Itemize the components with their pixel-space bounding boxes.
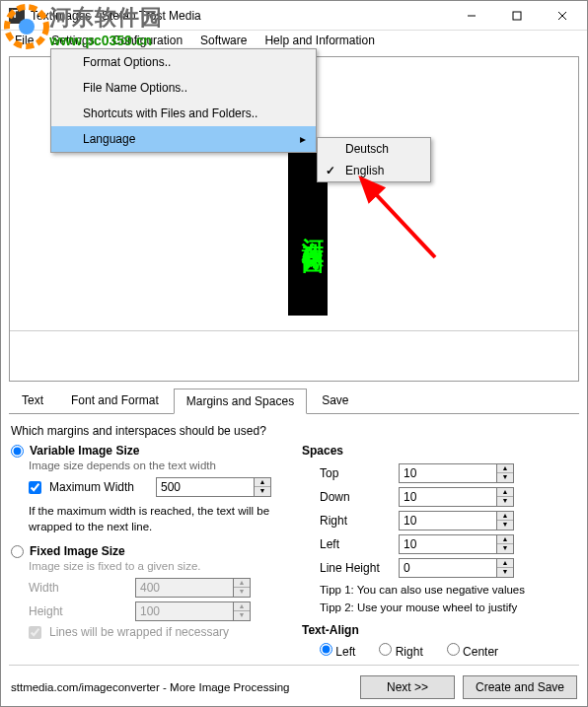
left-column: Variable Image Size Image size depends o… — [11, 444, 286, 659]
max-width-down[interactable]: ▼ — [255, 487, 270, 496]
width-label: Width — [29, 581, 127, 595]
spaces-heading: Spaces — [302, 444, 577, 458]
width-up: ▲ — [234, 579, 250, 588]
checkbox-wrap — [29, 626, 41, 639]
left-down[interactable]: ▼ — [497, 544, 513, 553]
footer-link[interactable]: sttmedia.com/imageconverter - More Image… — [11, 681, 352, 693]
footer: sttmedia.com/imageconverter - More Image… — [1, 672, 587, 707]
create-save-button[interactable]: Create and Save — [463, 675, 577, 699]
menu-format-options[interactable]: Format Options.. — [51, 49, 316, 75]
lineheight-label: Line Height — [320, 561, 391, 575]
tab-bar: Text Font and Format Margins and Spaces … — [9, 388, 579, 413]
right-input[interactable] — [399, 511, 497, 530]
maximize-button[interactable] — [494, 2, 540, 30]
minimize-button[interactable] — [449, 2, 494, 30]
lang-english[interactable]: English — [318, 160, 430, 181]
wrap-label: Lines will be wrapped if necessary — [49, 625, 229, 639]
down-up[interactable]: ▲ — [497, 488, 513, 497]
down-label: Down — [320, 490, 391, 504]
right-up[interactable]: ▲ — [497, 512, 513, 521]
right-down[interactable]: ▼ — [497, 521, 513, 530]
tab-save[interactable]: Save — [309, 388, 361, 413]
lh-down[interactable]: ▼ — [497, 568, 513, 577]
titlebar: TextImages - Stefan Trost Media — [1, 1, 587, 31]
right-label: Right — [320, 514, 391, 528]
right-column: Spaces Top▲▼ Down▲▼ Right▲▼ Left▲▼ Line … — [302, 444, 577, 659]
variable-size-label: Variable Image Size — [30, 444, 139, 458]
menu-file[interactable]: File — [7, 32, 41, 49]
question-label: Which margins and interspaces should be … — [11, 424, 577, 438]
menubar: File Settings Configuration Software Hel… — [1, 31, 587, 50]
app-icon — [9, 8, 25, 24]
lineheight-input[interactable] — [399, 558, 497, 578]
svg-rect-3 — [513, 12, 521, 20]
left-input[interactable] — [399, 534, 497, 554]
fixed-size-sub: Image size is fixed to a given size. — [29, 560, 286, 572]
tab-text[interactable]: Text — [9, 388, 56, 413]
top-label: Top — [320, 466, 391, 480]
next-button[interactable]: Next >> — [360, 675, 455, 699]
tipp2: Tipp 2: Use your mouse wheel to justify — [320, 601, 577, 613]
width-input — [135, 578, 234, 598]
top-up[interactable]: ▲ — [497, 464, 513, 473]
height-up: ▲ — [234, 602, 250, 611]
align-right-label: Right — [396, 645, 423, 659]
height-label: Height — [29, 604, 127, 618]
menu-configuration[interactable]: Configuration — [105, 32, 190, 49]
configuration-dropdown: Format Options.. File Name Options.. Sho… — [50, 48, 317, 153]
fixed-size-label: Fixed Image Size — [30, 544, 125, 558]
down-down[interactable]: ▼ — [497, 497, 513, 506]
left-label: Left — [320, 537, 391, 551]
language-submenu: Deutsch English — [317, 137, 431, 182]
menu-language-label: Language — [83, 132, 135, 146]
menu-software[interactable]: Software — [192, 32, 255, 49]
tab-margins[interactable]: Margins and Spaces — [174, 389, 307, 414]
height-down: ▼ — [234, 611, 250, 620]
radio-align-right[interactable] — [379, 643, 392, 656]
tab-font[interactable]: Font and Format — [58, 388, 172, 413]
top-down[interactable]: ▼ — [497, 473, 513, 482]
radio-fixed-size[interactable] — [11, 545, 24, 558]
menu-shortcuts[interactable]: Shortcuts with Files and Folders.. — [51, 101, 316, 126]
lang-deutsch[interactable]: Deutsch — [318, 138, 430, 160]
menu-filename-options[interactable]: File Name Options.. — [51, 75, 316, 101]
max-width-label: Maximum Width — [49, 480, 148, 494]
checkbox-max-width[interactable] — [29, 481, 41, 494]
radio-align-left[interactable] — [320, 643, 332, 656]
menu-language[interactable]: Language ▸ — [51, 126, 316, 152]
top-input[interactable] — [399, 463, 497, 483]
align-left-label: Left — [335, 645, 355, 659]
max-width-input[interactable] — [156, 477, 255, 497]
align-center-label: Center — [463, 645, 498, 659]
menu-help[interactable]: Help and Information — [257, 32, 382, 49]
radio-align-center[interactable] — [447, 643, 460, 656]
width-down: ▼ — [234, 588, 250, 597]
tipp1: Tipp 1: You can also use negative values — [320, 584, 577, 596]
variable-size-sub: Image size depends on the text width — [29, 460, 286, 471]
height-input — [135, 601, 234, 621]
radio-variable-size[interactable] — [11, 445, 24, 458]
max-width-up[interactable]: ▲ — [255, 478, 270, 487]
submenu-arrow-icon: ▸ — [300, 132, 306, 146]
left-up[interactable]: ▲ — [497, 535, 513, 544]
window-title: TextImages - Stefan Trost Media — [31, 9, 449, 23]
max-width-note: If the maximum width is reached, the tex… — [29, 503, 286, 534]
lh-up[interactable]: ▲ — [497, 559, 513, 568]
menu-settings[interactable]: Settings — [43, 32, 102, 49]
align-heading: Text-Align — [302, 623, 577, 637]
close-button[interactable] — [540, 2, 585, 30]
down-input[interactable] — [399, 487, 497, 507]
